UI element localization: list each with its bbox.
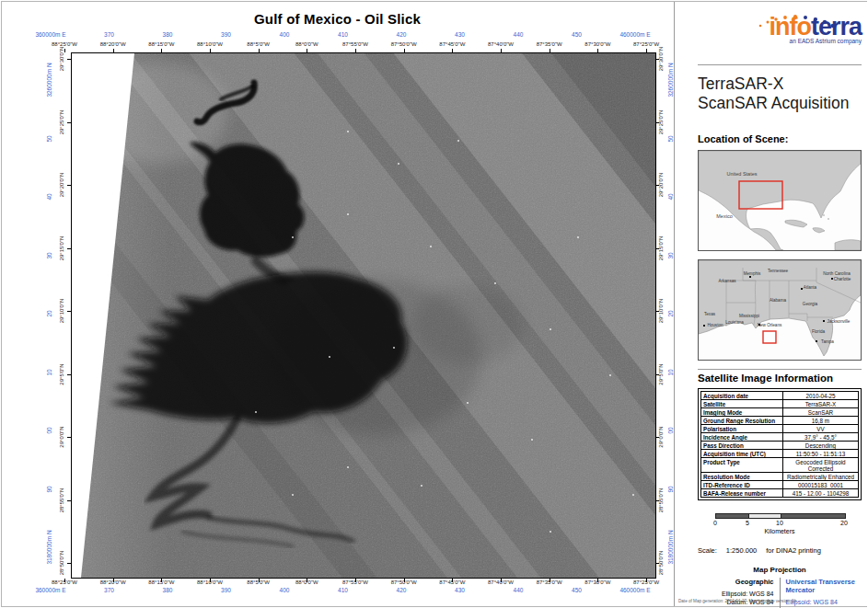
sat-info-value: 16,8 m <box>783 417 858 424</box>
coordinate-label: 29°25'0"N <box>59 109 64 134</box>
map2-city-memphis: Memphis <box>744 271 761 276</box>
coordinate-label: 87°25'0"W <box>633 41 659 47</box>
map2-state-arkansas: Arkansas <box>718 279 735 283</box>
map2-dot-memphis <box>749 276 751 278</box>
sat-info-row: Resolution ModeRadiometrically Enhanced <box>701 473 858 481</box>
sat-info-value: ScanSAR <box>783 408 858 416</box>
scale-bar: 0 5 10 20 Kilometers <box>715 513 844 537</box>
coordinate-label: 29°0'0"N <box>59 426 64 447</box>
map-sheet: Gulf of Mexico - Oil Slick <box>2 2 673 606</box>
map-title: Gulf of Mexico - Oil Slick <box>2 11 673 27</box>
sat-info-value: VV <box>783 425 858 432</box>
sat-info-value: TerraSAR-X <box>783 400 858 407</box>
utm-grid-label: 460000m E <box>619 588 650 594</box>
sat-info-key: Imaging Mode <box>701 408 783 416</box>
sat-info-key: Satellite <box>701 400 783 407</box>
coordinate-label: 87°35'0"W <box>537 579 562 585</box>
sat-info-value: Radiometrically Enhanced <box>783 473 858 480</box>
coordinate-label: 28°50'0"N <box>59 551 64 576</box>
coordinate-label: 28°55'0"N <box>658 488 664 512</box>
projection-utm-ellipsoid: Ellipsoid: WGS 84 <box>786 599 862 607</box>
divider-top <box>698 64 862 65</box>
scale-bar-graphic <box>715 513 846 519</box>
coordinate-label: 88°0'0"W <box>295 579 318 585</box>
sat-info-heading: Satellite Image Information <box>698 373 862 384</box>
infoterra-logo-dots <box>747 15 858 29</box>
map2-state-florida: Florida <box>812 329 825 334</box>
sat-info-row: Product TypeGeocoded Ellipsoid Corrected <box>701 458 858 473</box>
utm-grid-label: 450 <box>572 588 582 594</box>
coordinate-label: 29°10'0"N <box>59 299 64 324</box>
coordinate-label: 87°35'0"W <box>537 41 562 47</box>
axis-tick <box>161 579 162 582</box>
map2-dot-new-orleans <box>758 324 760 326</box>
coordinate-label: 87°45'0"W <box>439 579 465 585</box>
utm-grid-label: 20 <box>47 310 53 316</box>
sat-info-key: BAFA-Release number <box>701 489 783 497</box>
utm-grid-label: 440 <box>514 588 524 594</box>
sat-info-table: Acquisition date2010-04-25SatelliteTerra… <box>700 391 859 498</box>
axis-tick <box>452 579 453 582</box>
utm-grid-label: 420 <box>397 588 407 594</box>
utm-grid-label: 460000m E <box>619 32 650 39</box>
coordinate-label: 29°25'0"N <box>658 109 664 134</box>
scale-value: 1:250.000 <box>726 546 757 555</box>
coordinate-label: 87°30'0"W <box>584 41 610 47</box>
divider-middle <box>698 369 862 370</box>
scale-tick-10: 10 <box>776 520 783 526</box>
map2-city-tampa: Tampa <box>821 339 834 344</box>
sat-info-row: PolarisationVV <box>701 425 858 433</box>
sat-info-value: 37,9° - 45,5° <box>783 433 858 441</box>
projection-geo-ellipsoid: Ellipsoid: WGS 84 <box>698 591 774 599</box>
utm-grid-label: 440 <box>514 32 524 39</box>
coordinate-label: 29°5'0"N <box>658 363 664 384</box>
coordinate-label: 87°40'0"W <box>488 41 514 47</box>
scale-unit: Kilometers <box>715 528 844 534</box>
coordinate-label: 29°30'0"N <box>59 47 64 72</box>
coordinate-label: 87°50'0"W <box>391 41 417 47</box>
map2-city-charlotte: Charlotte <box>834 277 851 281</box>
map2-state-alabama: Alabama <box>770 298 786 303</box>
sat-info-row: Acquisition time (UTC)11:50:50 - 11:51:1… <box>701 450 858 458</box>
axis-tick <box>307 579 307 582</box>
utm-grid-label: 400 <box>280 588 290 594</box>
sat-info-row: BAFA-Release number415 - 12.00 - 1104298 <box>701 489 858 497</box>
coordinate-label: 29°15'0"N <box>658 235 664 260</box>
coordinate-label: 88°25'0"W <box>52 41 77 47</box>
map2-state-louisiana: Louisiana <box>725 320 744 325</box>
coordinate-label: 87°55'0"W <box>342 579 368 585</box>
axis-tick <box>64 579 65 582</box>
sat-info-table-wrap: Acquisition date2010-04-25SatelliteTerra… <box>698 388 862 500</box>
sat-info-row: Incidence Angle37,9° - 45,5° <box>701 433 858 442</box>
utm-grid-label: 40 <box>47 193 53 200</box>
coordinate-label: 88°20'0"W <box>100 579 126 585</box>
scale-tick-20: 20 <box>840 520 848 526</box>
scale-bar-segment <box>781 514 845 518</box>
sar-image <box>72 53 655 578</box>
sat-info-row: Ground Range Resolution16,8 m <box>701 417 858 425</box>
coordinate-label: 87°55'0"W <box>342 41 368 47</box>
sat-info-key: Resolution Mode <box>701 473 783 480</box>
coordinate-label: 88°15'0"W <box>148 41 174 47</box>
coordinate-label: 87°40'0"W <box>488 579 514 585</box>
axis-tick <box>64 49 65 52</box>
axis-tick <box>113 579 114 582</box>
sat-info-key: Polarisation <box>701 425 783 432</box>
scale-tick-0: 0 <box>713 520 717 526</box>
utm-grid-label: 50 <box>47 135 53 142</box>
infoterra-logo: infoterra an EADS Astrium company <box>698 13 862 59</box>
coordinate-label: 88°15'0"W <box>148 579 174 585</box>
coordinate-label: 88°5'0"W <box>247 41 270 47</box>
sat-info-key: Acquisition date <box>701 392 783 399</box>
utm-grid-label: 400 <box>280 32 290 39</box>
utm-grid-label: 00 <box>47 427 53 433</box>
scale-bar-segment <box>749 514 782 518</box>
axis-tick <box>210 579 211 582</box>
map-generation-note: Date of Map generation: 2010-04-27. Map … <box>678 599 796 603</box>
map2-city-houston: Houston <box>707 323 723 327</box>
sat-info-key: Product Type <box>701 458 783 472</box>
location-heading: Location of Scene: <box>698 133 862 144</box>
utm-grid-label: 430 <box>455 32 465 39</box>
projection-columns: Geographic Ellipsoid: WGS 84 Datum: WGS … <box>698 578 862 608</box>
sat-info-key: Acquisition time (UTC) <box>701 450 783 457</box>
